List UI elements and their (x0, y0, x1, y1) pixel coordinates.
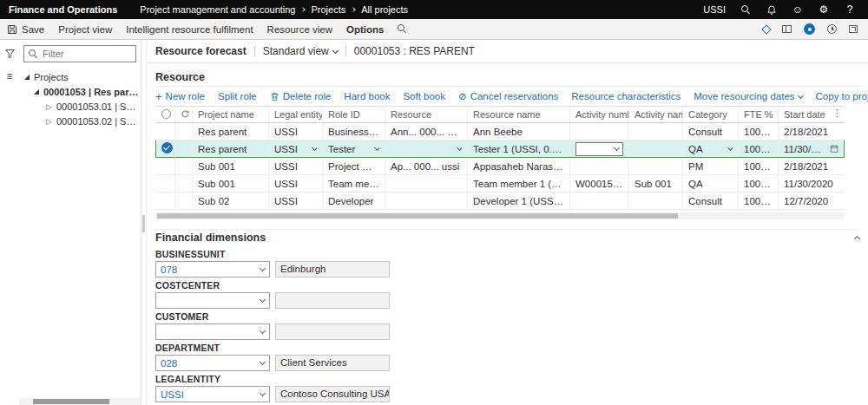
column-header-legal-entity[interactable]: Legal entity (269, 107, 323, 123)
cell-category[interactable]: Consult (683, 123, 739, 140)
panel-splitter[interactable] (141, 40, 147, 405)
breadcrumb-area[interactable]: Projects (311, 4, 345, 15)
chevron-up-icon[interactable] (854, 235, 860, 241)
cell-activity-number-combobox[interactable] (570, 140, 629, 158)
cell-resource-name[interactable]: Developer 1 (USSI, 100.00... (468, 193, 570, 210)
table-row[interactable]: Sub 02 USSI Developer Developer 1 (USSI,… (156, 193, 845, 210)
tree-expanded-icon[interactable] (24, 75, 30, 80)
cell-activity-number[interactable] (570, 193, 629, 210)
delete-role-button[interactable]: Delete role (270, 91, 332, 101)
tree-node-sub-01[interactable]: ▷ 00001053.01 | Sub 01 (19, 99, 141, 114)
save-button[interactable]: Save (7, 24, 44, 35)
cell-start-date[interactable]: 2/18/2021 (779, 158, 845, 175)
tree-node-sub-02[interactable]: ▷ 00001053.02 | Sub 02 (19, 114, 141, 128)
select-all-column[interactable] (156, 107, 175, 123)
pane-icon[interactable] (782, 25, 792, 33)
cell-category[interactable]: Consult (683, 193, 739, 210)
column-header-category[interactable]: Category (683, 107, 739, 123)
tree-expanded-icon[interactable] (34, 89, 39, 95)
cell-resource[interactable]: Ap... 000... ussi (385, 158, 468, 175)
column-header-resource[interactable]: Resource (385, 107, 468, 123)
cell-resource-name[interactable]: Tester 1 (USSI, 0.00%) (468, 140, 570, 158)
company-picker[interactable]: USSI (703, 4, 726, 15)
tree-collapsed-icon[interactable]: ▷ (46, 102, 52, 111)
cell-category-combobox[interactable]: QA (683, 140, 739, 158)
cell-activity-name[interactable]: Sub 001 (629, 175, 683, 193)
cell-resource-name[interactable]: Team member 1 (USSI, 10... (468, 175, 570, 193)
cell-activity-name[interactable] (629, 123, 683, 140)
cell-resource[interactable] (385, 175, 468, 193)
cell-project-name[interactable]: Sub 001 (193, 175, 269, 193)
tree-node-projects[interactable]: Projects (19, 69, 141, 84)
column-header-fte[interactable]: FTE % (739, 107, 779, 123)
tree-filter-box[interactable] (23, 45, 136, 62)
cell-project-name[interactable]: Sub 02 (193, 193, 269, 210)
cell-legal-entity[interactable]: USSI (269, 193, 323, 210)
cell-activity-name[interactable] (629, 140, 683, 158)
actionbar-search-icon[interactable] (398, 24, 407, 34)
menu-options[interactable]: Options (346, 24, 384, 35)
tree-horizontal-scrollbar[interactable] (19, 398, 141, 405)
column-header-project-name[interactable]: Project name (193, 107, 269, 123)
cancel-reservations-button[interactable]: ⊘ Cancel reservations (458, 90, 558, 102)
clock-icon[interactable] (827, 24, 837, 34)
settings-gear-icon[interactable]: ⚙ (818, 3, 830, 16)
hamburger-menu-icon[interactable]: ≡ (6, 71, 12, 82)
menu-project-view[interactable]: Project view (58, 24, 112, 35)
dimension-value-combobox[interactable] (155, 292, 270, 309)
cell-role-id-combobox[interactable]: Tester (323, 140, 385, 158)
cell-activity-name[interactable] (629, 193, 683, 210)
cell-activity-number[interactable] (570, 158, 629, 175)
move-resourcing-dates-menu[interactable]: Move resourcing dates (694, 91, 802, 101)
cell-role-id[interactable]: Project manager (323, 158, 385, 175)
table-row-selected[interactable]: Res parent USSI Tester Test (156, 140, 845, 158)
dimension-value-combobox[interactable]: 028 (155, 355, 270, 371)
cell-start-date[interactable]: 11/30/2020 (779, 175, 845, 193)
calendar-icon[interactable] (830, 144, 838, 154)
cell-start-date-picker[interactable]: 11/30/20... (779, 140, 845, 158)
column-header-activity-number[interactable]: Activity number (570, 107, 629, 123)
row-select-cell[interactable] (156, 123, 175, 140)
column-header-activity-name[interactable]: Activity name (629, 107, 683, 123)
cell-legal-entity[interactable]: USSI (269, 123, 323, 140)
dimension-value-combobox[interactable]: 078 (155, 261, 270, 278)
message-badge-icon[interactable] (804, 23, 815, 35)
cell-resource[interactable]: Ann... 000... ussi (385, 123, 468, 140)
cell-fte[interactable]: 100.00 (739, 158, 779, 175)
cell-resource-combobox[interactable] (385, 140, 468, 158)
cell-fte[interactable]: 100.00 (739, 140, 779, 158)
menu-intelligent-resource-fulfilment[interactable]: Intelligent resource fulfilment (126, 24, 253, 35)
cell-fte[interactable]: 100.00 (739, 175, 779, 193)
scrollbar-thumb[interactable] (33, 399, 109, 404)
scrollbar-thumb[interactable] (157, 213, 678, 219)
table-row[interactable]: Res parent USSI Business analyst Ann... … (156, 123, 845, 140)
new-role-button[interactable]: + New role (155, 91, 205, 102)
cell-resource-name[interactable]: Appasaheb Narasannavar (468, 158, 570, 175)
hard-book-button[interactable]: Hard book (344, 91, 390, 101)
grid-options-icon[interactable]: ⋮ (832, 108, 842, 119)
column-header-resource-name[interactable]: Resource name (468, 107, 570, 123)
cell-start-date[interactable]: 2/18/2021 (779, 123, 845, 140)
grid-horizontal-scrollbar[interactable] (155, 212, 844, 219)
refresh-column[interactable] (175, 107, 193, 123)
cell-start-date[interactable]: 12/7/2020 (779, 193, 845, 210)
cell-project-name[interactable]: Res parent (193, 140, 269, 158)
row-select-cell[interactable] (156, 175, 175, 193)
tree-filter-input[interactable] (43, 49, 121, 59)
dimension-value-combobox[interactable]: USSI (155, 386, 270, 402)
cell-activity-number[interactable]: W00015153 (570, 175, 629, 193)
cell-category[interactable]: QA (683, 175, 739, 193)
tree-node-res-parent[interactable]: 00001053 | Res parent (19, 84, 141, 99)
cell-resource[interactable] (385, 193, 468, 210)
cell-project-name[interactable]: Sub 001 (193, 158, 269, 175)
dimension-value-combobox[interactable] (155, 323, 270, 340)
cell-project-name[interactable]: Res parent (193, 123, 269, 140)
breadcrumb-page[interactable]: All projects (361, 4, 408, 15)
resource-characteristics-button[interactable]: Resource characteristics (571, 91, 681, 101)
tree-collapsed-icon[interactable]: ▷ (46, 117, 52, 126)
split-role-button[interactable]: Split role (218, 91, 257, 101)
cell-resource-name[interactable]: Ann Beebe (468, 123, 570, 140)
select-all-icon[interactable] (161, 109, 171, 119)
row-select-cell[interactable] (156, 140, 175, 158)
view-selector[interactable]: Standard view (263, 45, 338, 57)
